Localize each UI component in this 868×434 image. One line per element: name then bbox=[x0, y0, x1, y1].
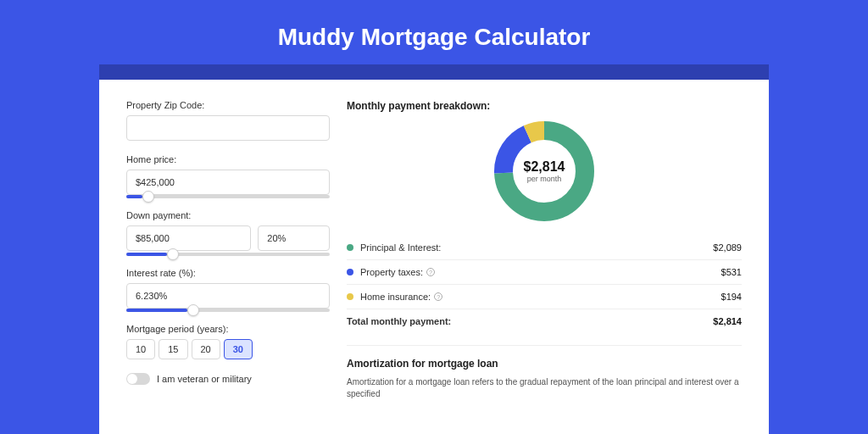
period-btn-30[interactable]: 30 bbox=[224, 339, 253, 359]
results-column: Monthly payment breakdown: $2,814 per mo… bbox=[347, 100, 742, 415]
legend-label-text: Home insurance: bbox=[360, 292, 431, 302]
interest-label: Interest rate (%): bbox=[126, 268, 330, 278]
home-price-label: Home price: bbox=[126, 154, 330, 164]
inputs-column: Property Zip Code: Home price: Down paym… bbox=[126, 100, 330, 415]
legend-row-taxes: Property taxes: ? $531 bbox=[347, 260, 742, 285]
amortization-section: Amortization for mortgage loan Amortizat… bbox=[347, 345, 742, 400]
zip-label: Property Zip Code: bbox=[126, 100, 330, 110]
slider-fill bbox=[126, 195, 142, 198]
legend-value: $2,089 bbox=[713, 242, 742, 253]
legend-row-insurance: Home insurance: ? $194 bbox=[347, 285, 742, 309]
dot-icon bbox=[347, 269, 353, 275]
donut-center: $2,814 per month bbox=[512, 139, 576, 203]
donut-chart-wrap: $2,814 per month bbox=[347, 120, 742, 222]
page-title: Muddy Mortgage Calculator bbox=[0, 0, 868, 64]
veteran-toggle[interactable] bbox=[126, 373, 150, 385]
interest-field-group: Interest rate (%): bbox=[126, 268, 330, 312]
slider-fill bbox=[126, 253, 167, 256]
amortization-text: Amortization for a mortgage loan refers … bbox=[347, 376, 742, 400]
legend-row-principal: Principal & Interest: $2,089 bbox=[347, 236, 742, 260]
veteran-toggle-row: I am veteran or military bbox=[126, 373, 330, 385]
amortization-title: Amortization for mortgage loan bbox=[347, 358, 742, 370]
legend-label: Property taxes: ? bbox=[360, 267, 721, 277]
zip-field-group: Property Zip Code: bbox=[126, 100, 330, 142]
down-payment-percent-input[interactable] bbox=[258, 225, 330, 251]
period-buttons: 10 15 20 30 bbox=[126, 339, 330, 359]
dot-icon bbox=[347, 293, 353, 300]
slider-thumb[interactable] bbox=[187, 304, 199, 316]
period-label: Mortgage period (years): bbox=[126, 324, 330, 334]
info-icon[interactable]: ? bbox=[426, 268, 435, 276]
calculator-card: Property Zip Code: Home price: Down paym… bbox=[99, 80, 769, 434]
donut-chart: $2,814 per month bbox=[493, 120, 595, 222]
legend-label-text: Principal & Interest: bbox=[360, 242, 441, 253]
legend-label: Principal & Interest: bbox=[360, 242, 713, 253]
legend-value: $194 bbox=[721, 292, 742, 302]
period-field-group: Mortgage period (years): 10 15 20 30 bbox=[126, 324, 330, 359]
total-label: Total monthly payment: bbox=[347, 316, 713, 326]
interest-input[interactable] bbox=[126, 283, 330, 309]
interest-slider[interactable] bbox=[126, 309, 330, 312]
slider-fill bbox=[126, 309, 187, 312]
donut-amount: $2,814 bbox=[524, 159, 565, 175]
donut-sub: per month bbox=[527, 175, 562, 183]
down-payment-amount-input[interactable] bbox=[126, 225, 251, 251]
veteran-label: I am veteran or military bbox=[157, 374, 252, 384]
home-price-slider[interactable] bbox=[126, 195, 330, 198]
down-payment-label: Down payment: bbox=[126, 210, 330, 220]
down-payment-slider[interactable] bbox=[126, 253, 330, 256]
legend-label: Home insurance: ? bbox=[360, 292, 721, 302]
legend-label-text: Property taxes: bbox=[360, 267, 423, 277]
info-icon[interactable]: ? bbox=[434, 292, 442, 301]
home-price-field-group: Home price: bbox=[126, 154, 330, 198]
down-payment-field-group: Down payment: bbox=[126, 210, 330, 256]
slider-thumb[interactable] bbox=[142, 191, 154, 203]
legend-row-total: Total monthly payment: $2,814 bbox=[347, 309, 742, 333]
zip-input[interactable] bbox=[126, 115, 330, 141]
total-value: $2,814 bbox=[713, 316, 742, 326]
home-price-input[interactable] bbox=[126, 170, 330, 195]
slider-thumb[interactable] bbox=[167, 248, 179, 260]
period-btn-20[interactable]: 20 bbox=[192, 339, 220, 359]
dot-icon bbox=[347, 244, 353, 251]
period-btn-10[interactable]: 10 bbox=[126, 339, 155, 359]
legend-value: $531 bbox=[721, 267, 742, 277]
period-btn-15[interactable]: 15 bbox=[159, 339, 187, 359]
header-accent-bar bbox=[99, 64, 769, 80]
breakdown-title: Monthly payment breakdown: bbox=[347, 100, 742, 112]
